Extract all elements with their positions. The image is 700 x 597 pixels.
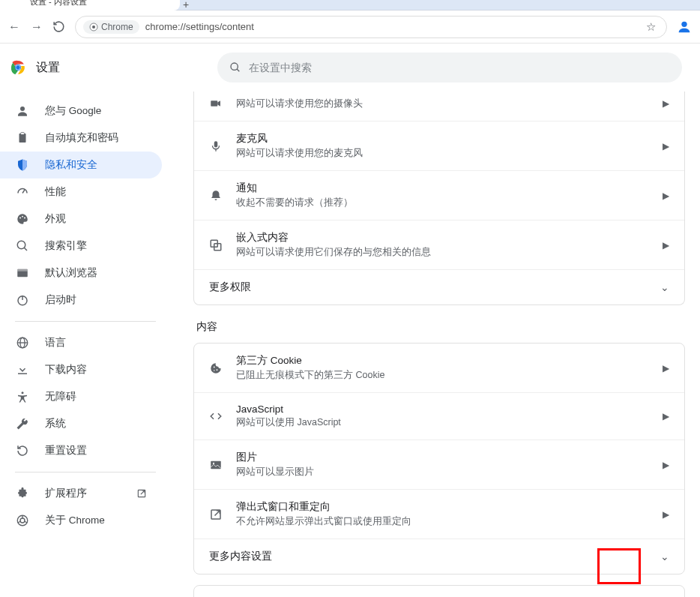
page-title: 设置	[36, 60, 60, 76]
chevron-right-icon: ▶	[663, 141, 669, 152]
sidebar-item-default-browser[interactable]: 默认浏览器	[0, 260, 162, 286]
profile-button[interactable]	[676, 19, 693, 35]
row-popups[interactable]: 弹出式窗口和重定向不允许网站显示弹出式窗口或使用重定向 ▶	[194, 489, 684, 538]
back-button[interactable]: ←	[7, 20, 21, 34]
sidebar-label: 无障碍	[45, 390, 76, 404]
site-chip-label: Chrome	[101, 22, 133, 32]
svg-line-8	[237, 69, 239, 71]
chevron-down-icon: ⌄	[660, 550, 669, 562]
globe-icon	[15, 336, 30, 350]
sidebar-label: 启动时	[45, 293, 76, 307]
row-title: 通知	[236, 182, 663, 195]
reload-button[interactable]	[52, 20, 66, 33]
sidebar-item-performance[interactable]: 性能	[0, 178, 162, 206]
divider	[15, 472, 156, 472]
row-cookies[interactable]: 第三方 Cookie已阻止无痕模式下的第三方 Cookie ▶	[194, 344, 684, 392]
chevron-right-icon: ▶	[663, 460, 669, 470]
sidebar-item-search-engine[interactable]: 搜索引擎	[0, 232, 162, 260]
reset-icon	[15, 444, 30, 458]
sidebar-item-reset[interactable]: 重置设置	[0, 437, 162, 464]
settings-search-input[interactable]	[249, 62, 670, 74]
palette-icon	[15, 212, 30, 226]
permissions-card: 摄像头网站可以请求使用您的摄像头 ▶ 麦克风网站可以请求使用您的麦克风 ▶ 通知…	[193, 92, 685, 305]
sidebar-item-accessibility[interactable]: 无障碍	[0, 383, 162, 410]
row-title: 弹出式窗口和重定向	[236, 500, 663, 514]
sidebar-item-privacy[interactable]: 隐私和安全	[0, 152, 162, 178]
url-text: chrome://settings/content	[145, 21, 254, 32]
svg-rect-25	[18, 374, 27, 375]
sidebar-label: 自动填充和密码	[45, 131, 118, 145]
svg-point-14	[22, 216, 23, 218]
sidebar-label: 扩展程序	[45, 487, 87, 500]
sidebar-item-downloads[interactable]: 下载内容	[0, 356, 162, 383]
sidebar-item-languages[interactable]: 语言	[0, 329, 162, 356]
address-field[interactable]: Chrome chrome://settings/content ☆	[75, 16, 667, 38]
chevron-right-icon: ▶	[663, 411, 669, 422]
sidebar-label: 语言	[45, 336, 66, 350]
svg-point-26	[22, 392, 24, 394]
row-title: 麦克风	[236, 132, 663, 146]
row-javascript[interactable]: JavaScript网站可以使用 JavaScript ▶	[194, 392, 684, 440]
sidebar-label: 您与 Google	[45, 104, 101, 118]
row-title: JavaScript	[236, 404, 663, 415]
row-images[interactable]: 图片网站可以显示图片 ▶	[194, 440, 684, 489]
chrome-icon	[15, 514, 30, 527]
sidebar-label: 下载内容	[45, 363, 87, 376]
sidebar-item-system[interactable]: 系统	[0, 410, 162, 437]
search-icon	[15, 239, 30, 253]
main-content: 摄像头网站可以请求使用您的摄像头 ▶ 麦克风网站可以请求使用您的麦克风 ▶ 通知…	[171, 92, 700, 597]
row-desc: 网站可以显示图片	[236, 466, 663, 478]
row-embedded[interactable]: 嵌入式内容网站可以请求使用它们保存的与您相关的信息 ▶	[194, 220, 684, 269]
sidebar-item-startup[interactable]: 启动时	[0, 286, 162, 314]
sidebar-item-about[interactable]: 关于 Chrome	[0, 507, 162, 534]
code-icon	[209, 410, 236, 423]
svg-point-6	[16, 65, 20, 70]
svg-rect-19	[17, 269, 28, 272]
svg-point-38	[217, 369, 218, 370]
svg-point-9	[20, 106, 25, 111]
row-desc: 不允许网站显示弹出式窗口或使用重定向	[236, 515, 663, 528]
forward-button[interactable]: →	[30, 20, 43, 34]
section-heading-content: 内容	[193, 305, 685, 343]
sidebar-label: 性能	[45, 185, 66, 199]
row-more-content[interactable]: 更多内容设置 ⌄	[194, 538, 684, 574]
bookmark-star-icon[interactable]: ☆	[646, 20, 656, 34]
sidebar: 您与 Google 自动填充和密码 隐私和安全 性能 外观 搜索引擎	[0, 92, 171, 597]
site-chip[interactable]: Chrome	[83, 20, 139, 34]
cookie-icon	[209, 362, 236, 375]
chevron-right-icon: ▶	[663, 190, 669, 201]
svg-rect-33	[211, 100, 217, 106]
sidebar-label: 搜索引擎	[45, 239, 87, 253]
sidebar-item-you-and-google[interactable]: 您与 Google	[0, 98, 162, 124]
tab-title: 设置 - 内容设置	[30, 0, 87, 6]
row-more-permissions[interactable]: 更多权限 ⌄	[194, 269, 684, 304]
row-microphone[interactable]: 麦克风网站可以请求使用您的麦克风 ▶	[194, 121, 684, 170]
row-desc: 网站可以请求使用它们保存的与您相关的信息	[236, 246, 663, 259]
row-notifications[interactable]: 通知收起不需要的请求（推荐） ▶	[194, 170, 684, 220]
shield-icon	[15, 158, 30, 172]
tab-strip: 设置 - 内容设置 +	[0, 0, 700, 10]
row-title: 图片	[236, 451, 663, 464]
svg-line-12	[22, 190, 25, 194]
svg-point-15	[24, 218, 25, 219]
sidebar-label: 重置设置	[45, 444, 87, 458]
row-title: 嵌入式内容	[236, 231, 663, 244]
browser-tab[interactable]: 设置 - 内容设置	[0, 0, 180, 10]
svg-point-13	[19, 218, 21, 219]
sidebar-item-appearance[interactable]: 外观	[0, 206, 162, 232]
row-camera[interactable]: 摄像头网站可以请求使用您的摄像头 ▶	[194, 92, 684, 121]
address-bar: ← → Chrome chrome://settings/content ☆	[0, 10, 700, 44]
content-card: 第三方 Cookie已阻止无痕模式下的第三方 Cookie ▶ JavaScri…	[193, 343, 685, 574]
search-icon	[229, 62, 241, 74]
settings-search[interactable]	[217, 52, 682, 82]
sidebar-label: 关于 Chrome	[45, 514, 105, 527]
row-desc: 收起不需要的请求（推荐）	[236, 196, 663, 209]
person-icon	[15, 104, 30, 118]
download-icon	[15, 363, 30, 376]
new-tab-button[interactable]: +	[183, 0, 189, 10]
sidebar-item-autofill[interactable]: 自动填充和密码	[0, 124, 162, 152]
svg-point-37	[214, 366, 215, 368]
sidebar-label: 系统	[45, 417, 66, 430]
chevron-right-icon: ▶	[663, 98, 669, 109]
sidebar-item-extensions[interactable]: 扩展程序	[0, 480, 162, 507]
